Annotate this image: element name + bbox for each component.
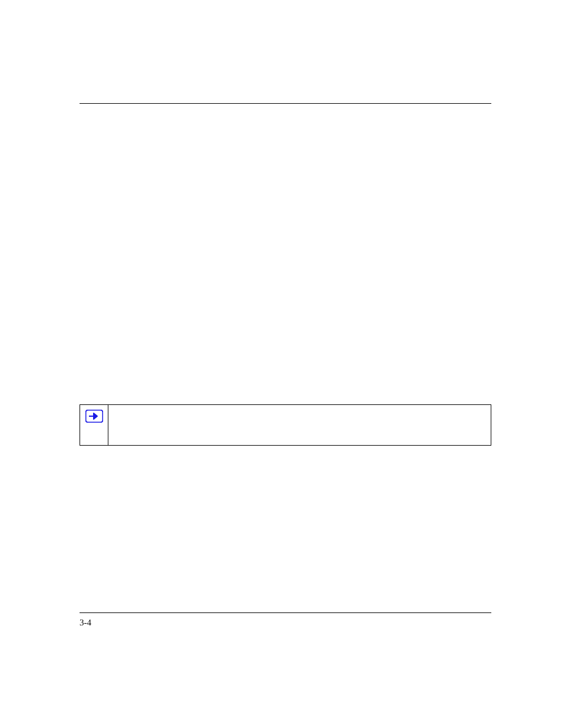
document-page: 3-4 (0, 0, 562, 728)
page-header (80, 81, 491, 104)
note-icon-cell (80, 405, 108, 445)
note-text (108, 405, 491, 445)
footer-rule (80, 612, 491, 613)
note-callout (80, 404, 491, 446)
arrow-right-icon (85, 410, 103, 423)
page-content (80, 104, 491, 446)
page-number: 3-4 (80, 618, 91, 628)
